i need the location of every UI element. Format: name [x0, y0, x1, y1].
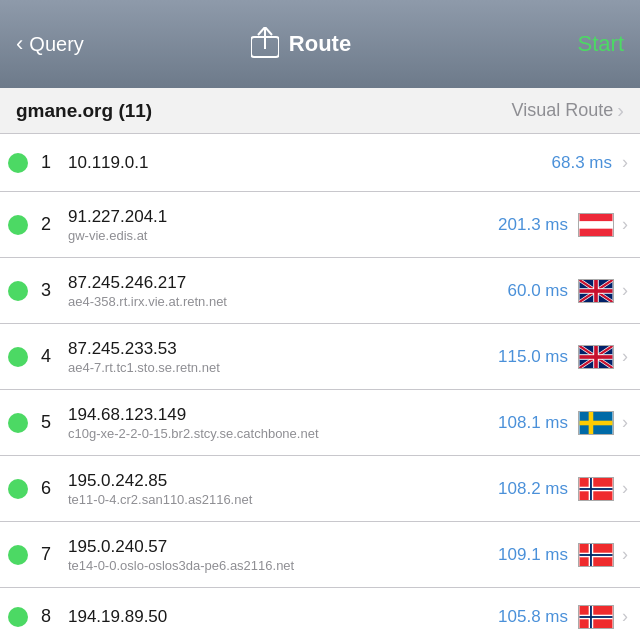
- ip-address: 194.68.123.149: [68, 405, 498, 425]
- svg-rect-13: [580, 289, 613, 293]
- row-number: 6: [36, 478, 56, 499]
- row-chevron-icon: ›: [622, 346, 628, 367]
- status-indicator: [8, 479, 28, 499]
- route-list: 1 10.119.0.1 68.3 ms › 2 91.227.204.1 gw…: [0, 134, 640, 640]
- row-number: 1: [36, 152, 56, 173]
- svg-rect-40: [580, 616, 613, 618]
- latency-value: 108.1 ms: [498, 413, 568, 433]
- ip-address: 195.0.240.57: [68, 537, 498, 557]
- table-row[interactable]: 3 87.245.246.217 ae4-358.rt.irx.vie.at.r…: [0, 258, 640, 324]
- list-header: gmane.org (11) Visual Route ›: [0, 88, 640, 134]
- back-chevron-icon: ‹: [16, 31, 23, 57]
- table-row[interactable]: 6 195.0.242.85 te11-0-4.cr2.san110.as211…: [0, 456, 640, 522]
- ip-address: 10.119.0.1: [68, 153, 552, 173]
- row-chevron-icon: ›: [622, 412, 628, 433]
- latency-value: 68.3 ms: [552, 153, 612, 173]
- page-title: Route: [289, 31, 351, 57]
- nav-bar: ‹ Query Route Start: [0, 0, 640, 88]
- row-chevron-icon: ›: [622, 280, 628, 301]
- row-info: 87.245.246.217 ae4-358.rt.irx.vie.at.ret…: [68, 273, 508, 309]
- table-row[interactable]: 2 91.227.204.1 gw-vie.edis.at 201.3 ms ›: [0, 192, 640, 258]
- svg-rect-4: [580, 228, 613, 235]
- flag-uk-icon: [578, 345, 614, 369]
- flag-uk-icon: [578, 279, 614, 303]
- latency-value: 109.1 ms: [498, 545, 568, 565]
- flag-no-icon: [578, 477, 614, 501]
- back-button[interactable]: ‹ Query: [16, 31, 84, 57]
- status-indicator: [8, 281, 28, 301]
- hostname: ae4-358.rt.irx.vie.at.retn.net: [68, 294, 508, 309]
- svg-rect-35: [580, 554, 613, 556]
- row-chevron-icon: ›: [622, 478, 628, 499]
- row-number: 2: [36, 214, 56, 235]
- table-row[interactable]: 1 10.119.0.1 68.3 ms ›: [0, 134, 640, 192]
- svg-rect-3: [580, 221, 613, 228]
- latency-value: 105.8 ms: [498, 607, 568, 627]
- flag-se-icon: [578, 411, 614, 435]
- svg-rect-25: [580, 420, 613, 425]
- ip-address: 91.227.204.1: [68, 207, 498, 227]
- hostname: ae4-7.rt.tc1.sto.se.retn.net: [68, 360, 498, 375]
- visual-route-chevron-icon: ›: [617, 99, 624, 122]
- table-row[interactable]: 7 195.0.240.57 te14-0-0.oslo-oslos3da-pe…: [0, 522, 640, 588]
- domain-title: gmane.org (11): [16, 100, 152, 122]
- row-info: 194.19.89.50: [68, 607, 498, 627]
- latency-value: 108.2 ms: [498, 479, 568, 499]
- row-number: 7: [36, 544, 56, 565]
- row-number: 3: [36, 280, 56, 301]
- row-chevron-icon: ›: [622, 214, 628, 235]
- back-label: Query: [29, 33, 83, 56]
- row-info: 195.0.240.57 te14-0-0.oslo-oslos3da-pe6.…: [68, 537, 498, 573]
- flag-no-icon: [578, 543, 614, 567]
- row-info: 87.245.233.53 ae4-7.rt.tc1.sto.se.retn.n…: [68, 339, 498, 375]
- flag-at-icon: [578, 213, 614, 237]
- row-number: 8: [36, 606, 56, 627]
- row-number: 4: [36, 346, 56, 367]
- flag-no-icon: [578, 605, 614, 629]
- status-indicator: [8, 607, 28, 627]
- hostname: te14-0-0.oslo-oslos3da-pe6.as2116.net: [68, 558, 498, 573]
- start-button[interactable]: Start: [578, 31, 624, 57]
- row-info: 195.0.242.85 te11-0-4.cr2.san110.as2116.…: [68, 471, 498, 507]
- table-row[interactable]: 8 194.19.89.50 105.8 ms ›: [0, 588, 640, 640]
- visual-route-label: Visual Route: [512, 100, 614, 121]
- status-indicator: [8, 413, 28, 433]
- hostname: c10g-xe-2-2-0-15.br2.stcy.se.catchbone.n…: [68, 426, 498, 441]
- row-info: 194.68.123.149 c10g-xe-2-2-0-15.br2.stcy…: [68, 405, 498, 441]
- row-number: 5: [36, 412, 56, 433]
- share-button[interactable]: [251, 27, 279, 61]
- svg-rect-22: [580, 355, 613, 359]
- status-indicator: [8, 347, 28, 367]
- table-row[interactable]: 5 194.68.123.149 c10g-xe-2-2-0-15.br2.st…: [0, 390, 640, 456]
- status-indicator: [8, 215, 28, 235]
- svg-rect-2: [580, 214, 613, 221]
- visual-route-button[interactable]: Visual Route ›: [512, 99, 624, 122]
- row-info: 91.227.204.1 gw-vie.edis.at: [68, 207, 498, 243]
- status-indicator: [8, 153, 28, 173]
- row-chevron-icon: ›: [622, 606, 628, 627]
- ip-address: 87.245.246.217: [68, 273, 508, 293]
- ip-address: 195.0.242.85: [68, 471, 498, 491]
- latency-value: 60.0 ms: [508, 281, 568, 301]
- row-chevron-icon: ›: [622, 544, 628, 565]
- latency-value: 115.0 ms: [498, 347, 568, 367]
- table-row[interactable]: 4 87.245.233.53 ae4-7.rt.tc1.sto.se.retn…: [0, 324, 640, 390]
- hostname: gw-vie.edis.at: [68, 228, 498, 243]
- latency-value: 201.3 ms: [498, 215, 568, 235]
- svg-rect-30: [580, 488, 613, 490]
- share-icon: [251, 27, 279, 61]
- ip-address: 194.19.89.50: [68, 607, 498, 627]
- row-info: 10.119.0.1: [68, 153, 552, 173]
- hostname: te11-0-4.cr2.san110.as2116.net: [68, 492, 498, 507]
- row-chevron-icon: ›: [622, 152, 628, 173]
- status-indicator: [8, 545, 28, 565]
- ip-address: 87.245.233.53: [68, 339, 498, 359]
